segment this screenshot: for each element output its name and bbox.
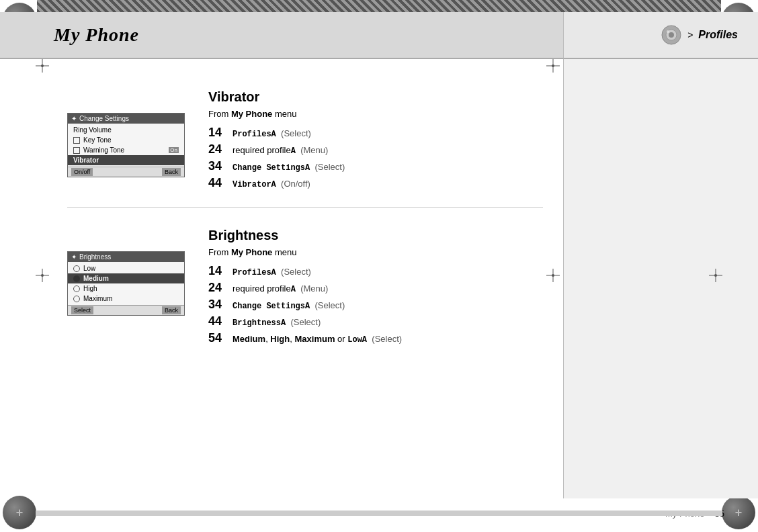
- vibrator-section-text: Vibrator From My Phone menu 14 ProfilesA…: [208, 86, 543, 190]
- svg-point-3: [667, 30, 669, 33]
- svg-point-2: [669, 32, 674, 38]
- profiles-label: Profiles: [698, 29, 738, 41]
- right-sidebar: [563, 59, 758, 498]
- vibrator-phone-screen: ✦ Change Settings Ring Volume Key Tone: [67, 113, 185, 177]
- crosshair-center-top: [546, 59, 560, 75]
- svg-point-18: [714, 274, 717, 277]
- footer-back: Back: [162, 168, 181, 176]
- screen-item-high: High: [68, 283, 184, 294]
- step-4: 44 VibratorA (On/off): [208, 176, 543, 190]
- top-strip: [37, 0, 721, 12]
- screen-item-ring-volume: Ring Volume: [68, 125, 184, 135]
- header-left: My Phone: [0, 12, 563, 59]
- b-step-1: 14 ProfilesA (Select): [208, 264, 543, 278]
- vibrator-screen-body: Ring Volume Key Tone Warning Tone On: [68, 124, 184, 167]
- step-3: 34 Change SettingsA (Select): [208, 159, 543, 173]
- vibrator-section: ✦ Change Settings Ring Volume Key Tone: [67, 73, 543, 204]
- screen-item-key-tone: Key Tone: [68, 135, 184, 145]
- b-step-4: 44 BrightnessA (Select): [208, 314, 543, 328]
- brightness-screen-footer: Select Back: [68, 305, 184, 315]
- profiles-icon: [661, 24, 682, 46]
- content-area: ✦ Change Settings Ring Volume Key Tone: [47, 59, 563, 498]
- step-1: 14 ProfilesA (Select): [208, 126, 543, 140]
- svg-point-6: [41, 64, 44, 67]
- crosshair-right-bottom: [709, 269, 722, 285]
- brightness-screen-title: ✦ Brightness: [68, 252, 184, 262]
- settings-icon: ✦: [71, 115, 77, 122]
- vibrator-screen-footer: On/off Back: [68, 167, 184, 177]
- brightness-from: From My Phone menu: [208, 247, 543, 257]
- section-divider: [67, 207, 543, 208]
- vibrator-heading: Vibrator: [208, 89, 543, 105]
- screen-item-warning-tone: Warning Tone On: [68, 145, 184, 155]
- nav-arrow: >: [687, 30, 693, 40]
- brightness-footer-back: Back: [162, 306, 181, 314]
- brightness-heading: Brightness: [208, 228, 543, 243]
- crosshair-left-mid: [36, 59, 49, 75]
- svg-point-15: [552, 274, 554, 277]
- corner-bottom-left: [0, 492, 40, 532]
- screen-item-vibrator: Vibrator: [68, 155, 184, 165]
- footer-onoff: On/off: [71, 168, 93, 176]
- brightness-steps: 14 ProfilesA (Select) 24 required profil…: [208, 264, 543, 345]
- main-content: ✦ Change Settings Ring Volume Key Tone: [47, 59, 758, 498]
- vibrator-steps: 14 ProfilesA (Select) 24 required profil…: [208, 126, 543, 190]
- radio-maximum: [73, 296, 80, 302]
- bottom-strip: [36, 511, 722, 516]
- b-step-5: 54 Medium, High, Maximum or LowA (Select…: [208, 331, 543, 345]
- step-2: 24 required profileA (Menu): [208, 142, 543, 157]
- screen-item-maximum: Maximum: [68, 294, 184, 304]
- brightness-section-text: Brightness From My Phone menu 14 Profile…: [208, 224, 543, 345]
- profiles-nav: > Profiles: [661, 24, 738, 46]
- header: My Phone > Profiles: [0, 12, 758, 59]
- svg-point-12: [41, 274, 44, 277]
- screen-item-medium: Medium: [68, 273, 184, 283]
- page-title: My Phone: [54, 24, 139, 46]
- brightness-screen-body: Low Medium High Maximum: [68, 262, 184, 305]
- on-badge: On: [169, 147, 179, 153]
- crosshair-center-bottom: [546, 269, 560, 285]
- b-step-2: 24 required profileA (Menu): [208, 281, 543, 295]
- crosshair-left-bottom: [36, 269, 49, 285]
- header-right: > Profiles: [563, 12, 758, 59]
- radio-medium: [73, 275, 80, 282]
- brightness-footer-select: Select: [71, 306, 93, 314]
- vibrator-screen-image: ✦ Change Settings Ring Volume Key Tone: [67, 113, 188, 190]
- radio-low: [73, 265, 80, 272]
- brightness-icon: ✦: [71, 253, 77, 261]
- vibrator-screen-title: ✦ Change Settings: [68, 114, 184, 124]
- brightness-screen-image: ✦ Brightness Low Medium: [67, 251, 188, 345]
- vibrator-from: From My Phone menu: [208, 109, 543, 119]
- svg-point-9: [552, 64, 554, 67]
- screen-item-low: Low: [68, 263, 184, 273]
- b-step-3: 34 Change SettingsA (Select): [208, 298, 543, 312]
- brightness-phone-screen: ✦ Brightness Low Medium: [67, 251, 185, 316]
- key-tone-checkbox: [73, 137, 80, 144]
- brightness-section: ✦ Brightness Low Medium: [67, 211, 543, 359]
- warning-tone-checkbox: [73, 147, 80, 154]
- radio-high: [73, 285, 80, 292]
